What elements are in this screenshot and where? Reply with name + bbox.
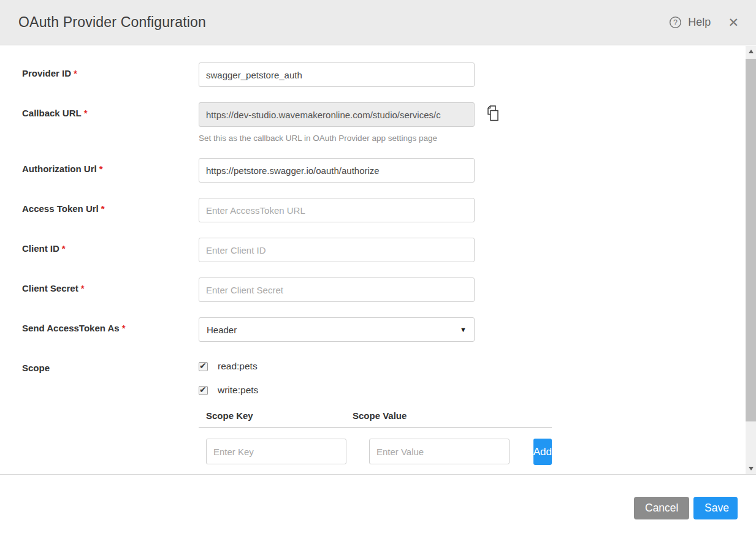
scope-key-input[interactable] [206, 439, 346, 464]
provider-id-label: Provider ID* [22, 62, 199, 87]
scope-option-read-pets: read:pets [199, 361, 475, 372]
client-id-label: Client ID* [22, 238, 199, 262]
add-scope-button[interactable]: Add [533, 439, 552, 465]
access-token-url-label: Access Token Url* [22, 198, 199, 222]
callback-url-label: Callback URL* [22, 102, 199, 143]
oauth-provider-configuration-dialog: OAuth Provider Configuration ? Help ✕ Pr… [0, 0, 756, 536]
vertical-scrollbar[interactable] [746, 46, 756, 474]
required-asterisk: * [74, 68, 77, 78]
label-text: Access Token Url [22, 203, 99, 214]
authorization-url-row: Authorization Url* [22, 158, 719, 183]
required-asterisk: * [81, 283, 85, 293]
required-asterisk: * [101, 203, 105, 214]
provider-id-row: Provider ID* [22, 62, 719, 87]
help-label: Help [688, 16, 711, 29]
scope-value-input[interactable] [369, 439, 510, 464]
label-text: Provider ID [22, 68, 71, 78]
cancel-button[interactable]: Cancel [634, 497, 689, 519]
client-secret-input[interactable] [199, 277, 475, 302]
help-button[interactable]: ? Help [669, 16, 711, 29]
send-accesstoken-as-select[interactable]: Header ▼ [199, 317, 475, 342]
save-button[interactable]: Save [693, 497, 738, 519]
dialog-header: OAuth Provider Configuration ? Help ✕ [0, 0, 756, 45]
send-accesstoken-as-label: Send AccessToken As* [22, 317, 199, 342]
provider-id-input[interactable] [199, 62, 475, 87]
client-id-row: Client ID* [22, 238, 719, 262]
dialog-title: OAuth Provider Configuration [18, 14, 206, 31]
access-token-url-row: Access Token Url* [22, 198, 719, 222]
scroll-up-button[interactable] [746, 46, 756, 57]
dialog-body: Provider ID* Callback URL* [0, 45, 756, 474]
client-id-input[interactable] [199, 238, 475, 262]
scope-value-header: Scope Value [353, 410, 407, 421]
label-text: Send AccessToken As [22, 323, 120, 333]
required-asterisk: * [84, 108, 88, 118]
label-text: Client ID [22, 243, 59, 254]
scroll-up-icon [749, 50, 754, 53]
label-text: Callback URL [22, 108, 82, 118]
close-icon[interactable]: ✕ [728, 16, 739, 29]
scrollbar-thumb[interactable] [746, 59, 756, 421]
scope-key-header: Scope Key [206, 410, 353, 421]
header-actions: ? Help ✕ [669, 16, 739, 29]
scope-option-label: read:pets [218, 361, 258, 372]
chevron-down-icon: ▼ [460, 326, 467, 333]
required-asterisk: * [99, 164, 103, 174]
label-text: Client Secret [22, 283, 78, 293]
svg-text:?: ? [673, 18, 678, 27]
scope-option-write-pets: write:pets [199, 385, 475, 396]
copy-icon [485, 116, 500, 125]
scope-row: Scope read:pets write:pets [22, 357, 719, 409]
scope-table-row: Add [199, 439, 552, 465]
callback-url-input [199, 102, 475, 127]
scope-table-header: Scope Key Scope Value [199, 410, 552, 428]
scroll-down-button[interactable] [746, 463, 756, 474]
send-accesstoken-as-row: Send AccessToken As* Header ▼ [22, 317, 719, 342]
label-text: Authorization Url [22, 164, 97, 174]
client-secret-label: Client Secret* [22, 277, 199, 302]
scope-option-label: write:pets [218, 385, 258, 396]
authorization-url-label: Authorization Url* [22, 158, 199, 183]
select-value: Header [207, 325, 237, 335]
callback-url-row: Callback URL* [22, 102, 719, 143]
client-secret-row: Client Secret* [22, 277, 719, 302]
help-icon: ? [669, 16, 682, 29]
authorization-url-input[interactable] [199, 158, 475, 183]
copy-button[interactable] [485, 105, 500, 125]
required-asterisk: * [62, 243, 66, 254]
scroll-down-icon [749, 467, 754, 470]
scope-checkbox[interactable] [199, 386, 208, 395]
scope-checkbox[interactable] [199, 362, 208, 371]
dialog-footer: Cancel Save [0, 474, 756, 536]
required-asterisk: * [122, 323, 126, 333]
scope-label: Scope [22, 357, 199, 409]
scope-table: Scope Key Scope Value Add [199, 410, 552, 465]
access-token-url-input[interactable] [199, 198, 475, 222]
callback-url-help-text: Set this as the callback URL in OAuth Pr… [199, 134, 500, 143]
